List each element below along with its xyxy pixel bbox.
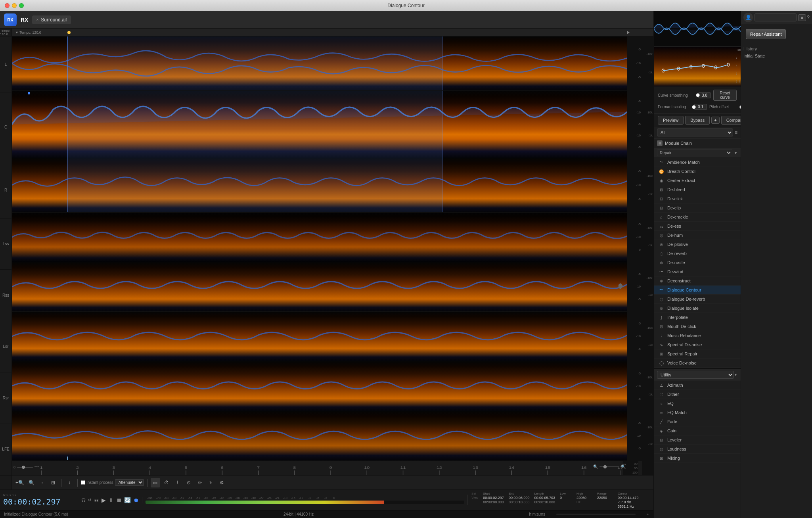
repair-assistant-btn[interactable]: Repair Assistant [746,29,786,39]
track-C: -5-10-5-10-5 -10k-1k [12,91,653,158]
curve-smoothing-thumb[interactable] [696,93,700,97]
dither-icon: ⠿ [659,391,664,397]
close-button[interactable] [5,3,10,8]
module-de-bleed[interactable]: ⊠ De-bleed [654,185,741,194]
tempo-bar: ▼ Tempo: 120.0 [12,29,653,36]
module-dither[interactable]: ⠿ Dither [654,390,741,399]
instant-process-check[interactable] [81,480,85,485]
module-spectral-repair[interactable]: ⊞ Spectral Repair [654,349,741,359]
module-de-reverb[interactable]: ◌ De-reverb [654,249,741,258]
zoom-out-btn[interactable]: -🔍 [26,478,36,487]
heal-btn[interactable]: ⚕ [206,478,216,487]
loop-btn[interactable]: 🔄 [124,497,131,503]
utility-select[interactable]: Utility [657,371,734,379]
de-wind-label: De-wind [667,269,683,274]
file-tab[interactable]: × Surround.aif [32,15,71,24]
zoom-full-btn[interactable]: ⊞ [48,478,58,487]
breath-icon: ♊ [659,169,664,174]
module-de-hum[interactable]: ◎ De-hum [654,231,741,240]
pitch-thumb[interactable] [739,105,741,109]
zoom-in-btn[interactable]: +🔍 [15,478,25,487]
de-reverb-icon: ◌ [659,251,664,256]
center-icon: ◉ [659,178,664,183]
module-breath-control[interactable]: ♊ Breath Control [654,167,741,176]
play-btn[interactable]: ▶ [102,497,106,503]
lasso-btn[interactable]: ⊙ [184,478,193,487]
plus-btn[interactable]: + [711,117,719,124]
svg-text:2: 2 [76,466,79,470]
select-time-btn[interactable]: ⏱ [162,478,171,487]
hz-scale-Rsr: -10k-1k [642,361,653,411]
end-col: End 00:00:08.000 00:00:18.000 [509,492,530,508]
far-right-panel: 👤 ≡ ? Repair Assistant History Initial S… [741,11,812,518]
module-eq[interactable]: ≈ EQ [654,399,741,408]
module-mixing[interactable]: ⊞ Mixing [654,454,741,463]
module-de-clip[interactable]: ⊟ De-clip [654,203,741,213]
module-de-ess[interactable]: ₛ₁ De-ess [654,222,741,231]
deconstruct-label: Deconstruct [667,278,691,283]
mouth-icon: ⊡ [659,324,664,329]
preview-btn[interactable]: Preview [658,116,684,125]
module-de-crackle[interactable]: ⌂ De-crackle [654,213,741,222]
view-start: 00:00:00.000 [483,500,504,504]
minimize-button[interactable] [12,3,17,8]
module-de-plosive[interactable]: ⊘ De-plosive [654,240,741,249]
maximize-button[interactable] [19,3,24,8]
zoom-in-icon[interactable]: 🔍 [593,464,598,469]
module-mouth-de-click[interactable]: ⊡ Mouth De-click [654,322,741,331]
module-music-rebalance[interactable]: ♩ Music Rebalance [654,331,741,340]
zoom-fit-btn[interactable]: ↔ [37,478,47,487]
module-ambience-match[interactable]: 〜 Ambience Match [654,158,741,167]
menu-btn[interactable]: ≡ [798,14,806,21]
status-bar: h:m:s.ms 00:00:02.297 🎧 ↺ ⏮ ▶ ⏸ ⏹ 🔄 ⏺ -I… [0,489,653,510]
module-dialogue-contour[interactable]: 〜 Dialogue Contour [654,286,741,295]
svg-rect-4 [622,285,623,288]
history-initial: Initial State [743,53,810,59]
bypass-btn[interactable]: Bypass [685,116,710,125]
module-de-rustle[interactable]: ⊛ De-rustle [654,258,741,267]
module-azimuth[interactable]: ∠ Azimuth [654,381,741,390]
loop-icon: ↺ [88,498,91,502]
zoom-v-btn[interactable]: ↕ [65,478,74,487]
zoom-out-icon[interactable]: 🔍 [621,464,626,469]
module-dialogue-isolate[interactable]: ⊙ Dialogue Isolate [654,304,741,313]
module-spectral-de-noise[interactable]: ∿ Spectral De-noise [654,340,741,349]
settings-btn[interactable]: ⚙ [217,478,227,487]
module-de-click[interactable]: ⊡ De-click [654,194,741,203]
search-box-right[interactable] [755,13,797,21]
stop-btn[interactable]: ⏹ [116,497,122,503]
help-btn[interactable]: ? [807,15,810,20]
select-rect-btn[interactable]: ▭ [151,478,160,487]
formant-thumb[interactable] [692,105,696,109]
module-filter-select[interactable]: All [657,129,733,136]
module-interpolate[interactable]: ∫ Interpolate [654,313,741,322]
file-tab-close[interactable]: × [36,17,38,22]
attenuate-select[interactable]: Attenuate [115,479,144,486]
de-click-icon: ⊡ [659,196,664,201]
music-rebalance-label: Music Rebalance [667,333,701,338]
compare-btn[interactable]: Compare [721,116,741,125]
voice-noise-icon: ◯ [659,360,664,366]
module-eq-match[interactable]: ≃ EQ Match [654,408,741,417]
zoom-thumb-right[interactable] [603,465,607,468]
prev-btn[interactable]: ⏮ [94,497,99,503]
repair-select[interactable]: Repair [657,150,732,156]
module-voice-de-noise[interactable]: ◯ Voice De-noise [654,359,741,368]
module-loudness[interactable]: ◎ Loudness [654,445,741,454]
module-leveler[interactable]: ⊟ Leveler [654,436,741,445]
db-scale-Rsr: -5-10-5 [627,361,642,411]
module-de-wind[interactable]: 〜 De-wind [654,267,741,276]
range-label: Range [597,492,613,495]
module-fade[interactable]: ╱ Fade [654,417,741,426]
reset-curve-btn[interactable]: Reset curve [713,90,737,101]
record-btn[interactable]: ⏺ [133,497,139,503]
module-gain[interactable]: ◈ Gain [654,426,741,436]
module-dialogue-de-reverb[interactable]: ◌ Dialogue De-reverb [654,295,741,304]
pause-btn[interactable]: ⏸ [108,497,114,503]
pencil-btn[interactable]: ✏ [195,478,205,487]
module-deconstruct[interactable]: ⊕ Deconstruct [654,276,741,286]
de-rustle-label: De-rustle [667,260,685,265]
track-LFE: -5-10-5 -10k-1k [12,411,653,461]
module-center-extract[interactable]: ◉ Center Extract [654,176,741,185]
select-freq-btn[interactable]: ⌇ [173,478,182,487]
